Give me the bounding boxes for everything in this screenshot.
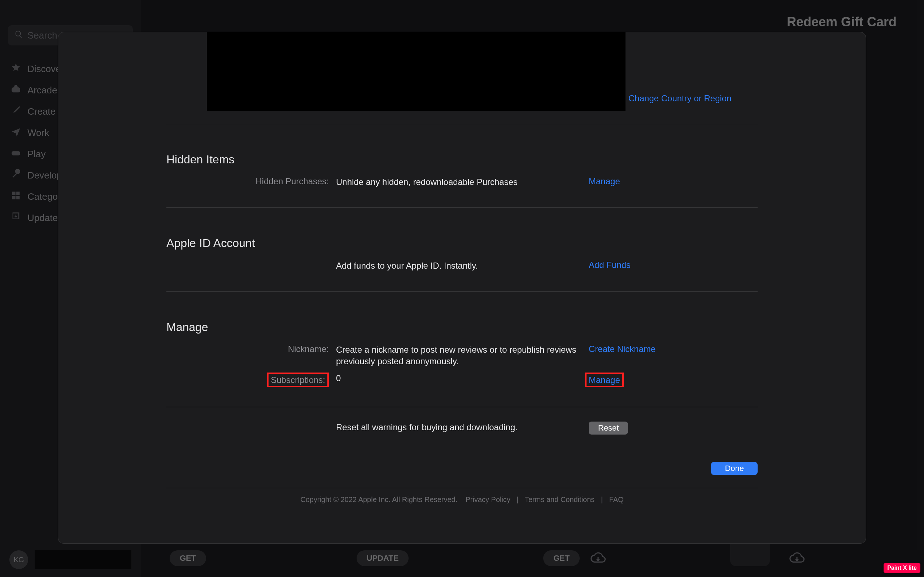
faq-link[interactable]: FAQ (609, 495, 624, 503)
section-title: Manage (166, 321, 758, 334)
highlight-subscriptions-manage: Manage (585, 372, 624, 388)
subscriptions-manage-link[interactable]: Manage (589, 375, 620, 385)
section-title: Hidden Items (166, 153, 758, 166)
subscriptions-label: Subscriptions: (166, 372, 336, 388)
nickname-value: Create a nickname to post new reviews or… (336, 344, 589, 367)
privacy-link[interactable]: Privacy Policy (465, 495, 510, 503)
reset-description: Reset all warnings for buying and downlo… (336, 422, 589, 433)
create-nickname-link[interactable]: Create Nickname (589, 344, 656, 354)
section-apple-id: Apple ID Account Add funds to your Apple… (166, 208, 758, 291)
redacted-header (207, 32, 625, 111)
account-sheet: Change Country or Region Hidden Items Hi… (58, 32, 866, 544)
section-title: Apple ID Account (166, 237, 758, 250)
annotation-badge: Paint X lite (884, 563, 921, 573)
hidden-manage-link[interactable]: Manage (589, 176, 620, 186)
reset-button[interactable]: Reset (589, 422, 628, 435)
nickname-label: Nickname: (166, 344, 336, 354)
hidden-purchases-value: Unhide any hidden, redownloadable Purcha… (336, 176, 589, 188)
add-funds-link[interactable]: Add Funds (589, 260, 630, 270)
sheet-footer: Copyright © 2022 Apple Inc. All Rights R… (166, 488, 758, 511)
section-manage: Manage Nickname: Create a nickname to po… (166, 292, 758, 407)
sheet-body: Change Country or Region Hidden Items Hi… (58, 32, 866, 543)
done-button[interactable]: Done (711, 462, 758, 475)
done-row: Done (166, 454, 758, 488)
copyright-text: Copyright © 2022 Apple Inc. All Rights R… (300, 495, 457, 503)
hidden-purchases-label: Hidden Purchases: (166, 176, 336, 187)
section-hidden-items: Hidden Items Hidden Purchases: Unhide an… (166, 124, 758, 207)
section-reset: Reset all warnings for buying and downlo… (166, 407, 758, 454)
subscriptions-value: 0 (336, 372, 589, 384)
terms-link[interactable]: Terms and Conditions (525, 495, 594, 503)
highlight-subscriptions-label: Subscriptions: (267, 372, 329, 388)
change-region-link[interactable]: Change Country or Region (628, 93, 732, 103)
add-funds-value: Add funds to your Apple ID. Instantly. (336, 260, 589, 272)
